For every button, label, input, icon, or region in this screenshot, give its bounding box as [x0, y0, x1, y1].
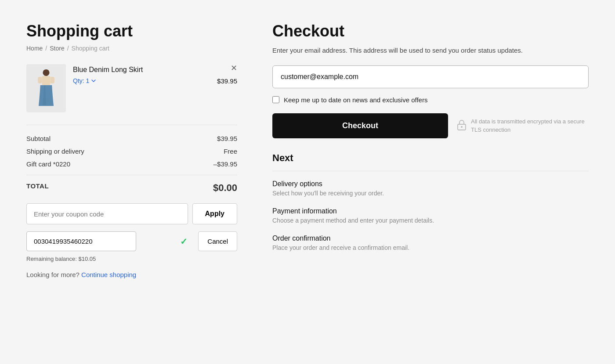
checkout-button[interactable]: Checkout	[272, 113, 448, 138]
gift-card-row: Gift card *0220 –$39.95	[26, 160, 237, 168]
svg-point-5	[461, 126, 463, 128]
summary-rows: Subtotal $39.95 Shipping or delivery Fre…	[26, 135, 237, 194]
breadcrumb-store[interactable]: Store	[50, 45, 64, 52]
order-confirmation-title: Order confirmation	[272, 234, 589, 242]
item-details: Blue Denim Long Skirt Qty: 1	[73, 64, 237, 84]
continue-shopping-row: Looking for more? Continue shopping	[26, 271, 237, 278]
checkout-subtitle: Enter your email address. This address w…	[272, 46, 589, 56]
gift-card-cancel-button[interactable]: Cancel	[198, 231, 237, 251]
gift-card-wrapper: ✓	[26, 231, 194, 251]
delivery-options-desc: Select how you'll be receiving your orde…	[272, 190, 589, 197]
shipping-value: Free	[224, 148, 237, 155]
checkout-action-row: Checkout All data is transmitted encrypt…	[272, 113, 589, 138]
breadcrumb: Home / Store / Shopping cart	[26, 45, 237, 52]
left-panel: Shopping cart Home / Store / Shopping ca…	[26, 22, 237, 342]
secure-info: All data is transmitted encrypted via a …	[457, 117, 589, 134]
gift-card-check-icon: ✓	[180, 236, 188, 247]
next-item-payment: Payment information Choose a payment met…	[272, 207, 589, 224]
item-name: Blue Denim Long Skirt	[73, 66, 237, 74]
newsletter-label[interactable]: Keep me up to date on news and exclusive…	[284, 96, 427, 104]
newsletter-row: Keep me up to date on news and exclusive…	[272, 96, 589, 104]
gift-card-input[interactable]	[26, 231, 136, 251]
shipping-row: Shipping or delivery Free	[26, 148, 237, 155]
breadcrumb-sep-1: /	[45, 45, 47, 52]
cart-item: Blue Denim Long Skirt Qty: 1 $39.95 ✕	[26, 64, 237, 125]
next-item-delivery: Delivery options Select how you'll be re…	[272, 180, 589, 197]
remove-item-button[interactable]: ✕	[231, 64, 237, 72]
item-qty[interactable]: Qty: 1	[73, 77, 237, 84]
item-image-svg	[33, 68, 59, 108]
chevron-down-icon	[91, 78, 96, 83]
svg-rect-2	[38, 77, 42, 83]
gift-card-label: Gift card *0220	[26, 160, 70, 168]
looking-for-more-label: Looking for more?	[26, 271, 80, 278]
svg-rect-3	[50, 77, 54, 83]
next-section-title: Next	[272, 152, 589, 164]
page-title: Shopping cart	[26, 22, 237, 40]
divider-1	[26, 175, 237, 175]
svg-point-0	[43, 69, 49, 76]
total-value: $0.00	[213, 182, 237, 194]
newsletter-checkbox[interactable]	[272, 96, 279, 103]
continue-shopping-link[interactable]: Continue shopping	[81, 271, 136, 278]
order-confirmation-desc: Place your order and receive a confirmat…	[272, 244, 589, 251]
lock-icon	[457, 119, 467, 133]
delivery-options-title: Delivery options	[272, 180, 589, 188]
breadcrumb-current: Shopping cart	[72, 45, 109, 52]
next-section: Next Delivery options Select how you'll …	[272, 152, 589, 251]
lock-svg	[457, 119, 467, 130]
subtotal-row: Subtotal $39.95	[26, 135, 237, 142]
gift-card-row-input: ✓ Cancel	[26, 231, 237, 251]
page-wrapper: Shopping cart Home / Store / Shopping ca…	[0, 0, 615, 364]
email-input[interactable]	[272, 65, 589, 88]
payment-info-desc: Choose a payment method and enter your p…	[272, 217, 589, 224]
next-item-confirmation: Order confirmation Place your order and …	[272, 234, 589, 251]
remaining-balance: Remaining balance: $10.05	[26, 256, 237, 262]
total-row: TOTAL $0.00	[26, 182, 237, 194]
shipping-label: Shipping or delivery	[26, 148, 84, 155]
item-price: $39.95	[217, 77, 237, 85]
next-divider	[272, 171, 589, 171]
gift-card-value: –$39.95	[213, 160, 237, 168]
checkout-title: Checkout	[272, 22, 589, 40]
subtotal-value: $39.95	[217, 135, 237, 142]
svg-rect-1	[42, 76, 51, 85]
breadcrumb-home[interactable]: Home	[26, 45, 43, 52]
apply-button[interactable]: Apply	[192, 203, 237, 224]
coupon-row: Apply	[26, 203, 237, 224]
secure-text: All data is transmitted encrypted via a …	[471, 117, 589, 134]
total-label: TOTAL	[26, 182, 49, 194]
item-image	[26, 64, 66, 112]
breadcrumb-sep-2: /	[67, 45, 69, 52]
subtotal-label: Subtotal	[26, 135, 51, 142]
payment-info-title: Payment information	[272, 207, 589, 215]
right-panel: Checkout Enter your email address. This …	[272, 22, 589, 342]
coupon-input[interactable]	[26, 203, 188, 224]
